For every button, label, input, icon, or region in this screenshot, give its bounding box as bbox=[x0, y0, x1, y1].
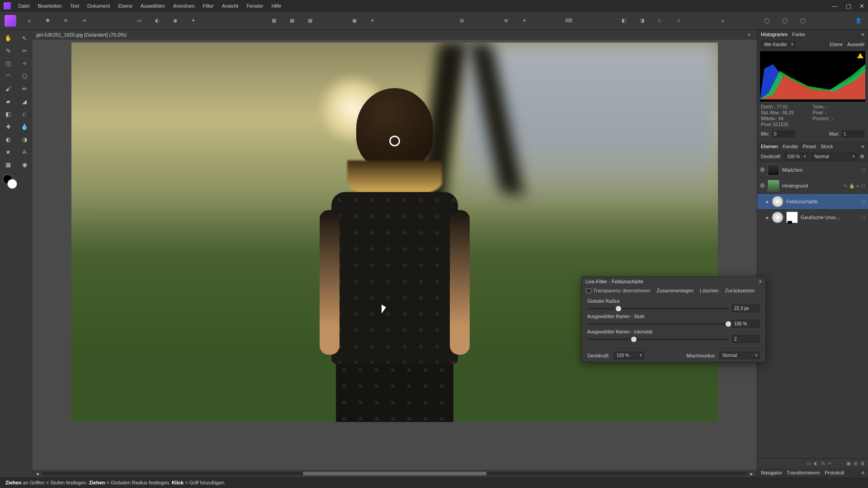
menu-bearbeiten[interactable]: Bearbeiten bbox=[38, 3, 62, 9]
param-intensity-value[interactable]: 2 bbox=[732, 335, 760, 343]
persona-tonemap-icon[interactable]: ≋ bbox=[61, 16, 71, 26]
toolbar-refine-icon[interactable]: ◐ bbox=[152, 16, 162, 26]
layer-visibility-icon[interactable]: ⦿ bbox=[760, 183, 765, 188]
tool-shape-icon[interactable]: ★ bbox=[0, 145, 16, 158]
delete-button[interactable]: Löschen bbox=[700, 288, 719, 293]
window-minimize-icon[interactable]: — bbox=[832, 3, 838, 9]
panel-menu-icon[interactable]: ≡ bbox=[862, 32, 864, 37]
merge-button[interactable]: Zusammenlegen bbox=[656, 288, 693, 293]
menu-hilfe[interactable]: Hilfe bbox=[271, 3, 281, 9]
tab-layers[interactable]: Ebenen bbox=[761, 144, 778, 149]
tool-crop-icon[interactable]: ✂ bbox=[16, 44, 33, 57]
tool-hand-icon[interactable]: ✋ bbox=[0, 32, 16, 44]
toolbar-grid3-icon[interactable]: ▦ bbox=[305, 16, 315, 26]
tool-blur-icon[interactable]: 💧 bbox=[16, 120, 33, 133]
scrollbar-thumb[interactable] bbox=[303, 472, 486, 475]
tool-wand-icon[interactable]: ✧ bbox=[16, 57, 33, 70]
action-crop-icon[interactable]: ✂ bbox=[828, 460, 832, 466]
reset-button[interactable]: Zurücksetzen bbox=[725, 288, 755, 293]
toolbar-arrange2-icon[interactable]: ◨ bbox=[637, 16, 647, 26]
toolbar-arrange4-icon[interactable]: ◨ bbox=[673, 16, 683, 26]
dialog-opacity-dropdown[interactable]: 100 % bbox=[613, 352, 644, 359]
tool-fill-icon[interactable]: ▰ bbox=[0, 95, 16, 108]
param-stufe-slider[interactable] bbox=[587, 323, 728, 325]
tool-heal-icon[interactable]: ✚ bbox=[0, 120, 16, 133]
persona-photo-icon[interactable] bbox=[5, 15, 16, 27]
layers-panel-menu-icon[interactable]: ≡ bbox=[862, 144, 864, 149]
nav-panel-menu-icon[interactable]: ≡ bbox=[862, 470, 864, 475]
tool-dodge-icon[interactable]: ◐ bbox=[0, 133, 16, 145]
histogram-layer-button[interactable]: Ebene bbox=[830, 42, 843, 47]
layer-link-icon[interactable]: ∞ bbox=[856, 183, 859, 188]
toolbar-grid1-icon[interactable]: ▦ bbox=[269, 16, 279, 26]
canvas[interactable] bbox=[33, 40, 757, 470]
persona-develop-icon[interactable]: ✺ bbox=[42, 16, 52, 26]
tool-eraser-icon[interactable]: ◧ bbox=[0, 108, 16, 120]
tool-sponge-icon[interactable]: ◑ bbox=[16, 133, 33, 145]
layer-row-hintergrund[interactable]: ⦿ Hintergrund ✎🔒∞☐ bbox=[757, 178, 868, 194]
window-maximize-icon[interactable]: ▢ bbox=[846, 3, 851, 9]
layer-edit-icon[interactable]: ✎ bbox=[844, 183, 847, 188]
toolbar-arrange3-icon[interactable]: ◧ bbox=[655, 16, 665, 26]
action-delete-icon[interactable]: 🗑 bbox=[860, 460, 865, 466]
menu-anordnen[interactable]: Anordnen bbox=[173, 3, 195, 9]
toolbar-cloud3-icon[interactable]: ◯ bbox=[798, 16, 808, 26]
tab-brushes[interactable]: Pinsel bbox=[802, 144, 816, 149]
tool-brush-icon[interactable]: 🖌 bbox=[0, 82, 16, 95]
action-adjust-icon[interactable]: ◐ bbox=[814, 460, 818, 466]
layer-expand-icon[interactable]: ▸ bbox=[766, 199, 769, 205]
scroll-right-icon[interactable]: ▸ bbox=[750, 471, 753, 477]
menu-ebene[interactable]: Ebene bbox=[118, 3, 132, 9]
layer-expand-icon[interactable]: ▸ bbox=[766, 215, 769, 221]
blendmode-dropdown[interactable]: Normal bbox=[811, 153, 857, 160]
menu-auswaehlen[interactable]: Auswählen bbox=[141, 3, 165, 9]
account-icon[interactable]: 👤 bbox=[854, 16, 863, 26]
menu-fenster[interactable]: Fenster bbox=[246, 3, 263, 9]
tool-gradient-icon[interactable]: ◢ bbox=[16, 95, 33, 108]
tab-histogram[interactable]: Histogramm bbox=[761, 32, 788, 37]
layer-checkbox-icon[interactable]: ☐ bbox=[861, 215, 865, 220]
horizontal-scrollbar[interactable]: ◂ ▸ bbox=[33, 470, 757, 477]
menu-text[interactable]: Text bbox=[70, 3, 79, 9]
tool-picker-icon[interactable]: ◉ bbox=[16, 158, 33, 171]
toolbar-chat-icon[interactable]: ⌨ bbox=[564, 16, 574, 26]
action-new-icon[interactable]: ⊞ bbox=[854, 460, 858, 466]
tool-mesh-icon[interactable]: ▦ bbox=[0, 158, 16, 171]
tab-history[interactable]: Protokoll bbox=[825, 470, 844, 475]
tool-brush-sel-icon[interactable]: ⬡ bbox=[16, 70, 33, 82]
toolbar-snap-icon[interactable]: ▣ bbox=[349, 16, 359, 26]
tab-navigator[interactable]: Navigator bbox=[761, 470, 782, 475]
toolbar-grid2-icon[interactable]: ▦ bbox=[287, 16, 297, 26]
tab-color[interactable]: Farbe bbox=[792, 32, 805, 37]
layer-lock-icon[interactable]: 🔒 bbox=[849, 183, 854, 188]
menu-filter[interactable]: Filter bbox=[203, 3, 214, 9]
menu-ansicht[interactable]: Ansicht bbox=[222, 3, 238, 9]
tool-clone-icon[interactable]: ⎌ bbox=[16, 108, 33, 120]
toolbar-assist1-icon[interactable]: ⊞ bbox=[457, 16, 467, 26]
action-fx-icon[interactable]: fx bbox=[821, 460, 825, 466]
layer-options-icon[interactable]: ⚙ bbox=[860, 154, 864, 160]
tool-text-icon[interactable]: A bbox=[16, 145, 33, 158]
menu-datei[interactable]: Datei bbox=[18, 3, 30, 9]
param-stufe-value[interactable]: 100 % bbox=[732, 320, 760, 328]
layer-checkbox-icon[interactable]: ☑ bbox=[861, 199, 865, 204]
toolbar-cloud1-icon[interactable]: ◯ bbox=[762, 16, 772, 26]
field-blur-marker-icon[interactable] bbox=[389, 136, 400, 146]
layer-checkbox-icon[interactable]: ☐ bbox=[861, 168, 865, 173]
toolbar-arrange1-icon[interactable]: ◧ bbox=[619, 16, 629, 26]
action-group-icon[interactable]: ▣ bbox=[846, 460, 851, 466]
toolbar-snap-dropdown-icon[interactable]: ▾ bbox=[368, 16, 377, 26]
opacity-dropdown[interactable]: 100 % bbox=[784, 153, 808, 160]
background-color-icon[interactable] bbox=[7, 179, 17, 189]
toolbar-assist2-icon[interactable]: ⊕ bbox=[501, 16, 511, 26]
toolbar-adjust-icon[interactable]: ✦ bbox=[189, 16, 198, 26]
param-intensity-slider[interactable] bbox=[587, 338, 728, 340]
tab-channels[interactable]: Kanäle bbox=[783, 144, 798, 149]
menu-dokument[interactable]: Dokument bbox=[87, 3, 110, 9]
min-input[interactable] bbox=[772, 131, 795, 137]
live-filter-dialog[interactable]: Live-Filter - Feldunschärfe × Transparen… bbox=[581, 277, 766, 362]
toolbar-assist2b-icon[interactable]: ▾ bbox=[519, 16, 529, 26]
action-mask-icon[interactable]: ▭ bbox=[807, 460, 811, 466]
layer-visibility-icon[interactable]: ⦿ bbox=[760, 167, 765, 173]
param-radius-slider[interactable] bbox=[587, 308, 728, 310]
